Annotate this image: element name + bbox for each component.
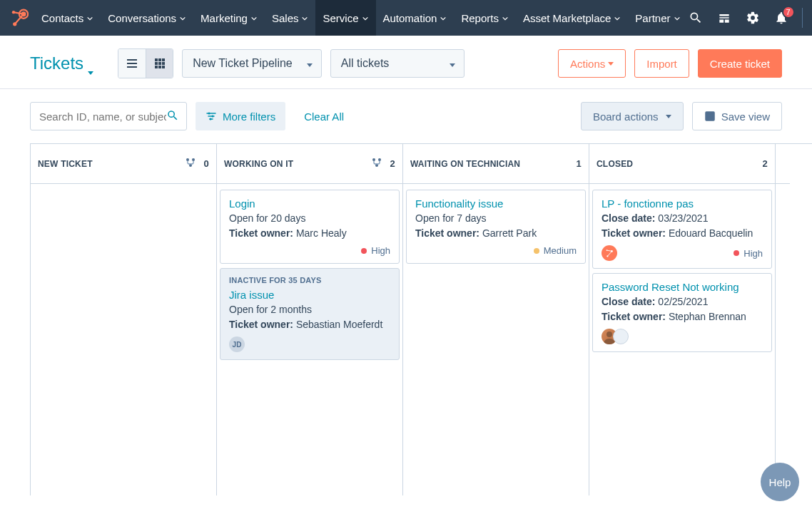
priority-badge: High (734, 248, 763, 259)
actions-button[interactable]: Actions (558, 49, 626, 78)
more-filters-button[interactable]: More filters (196, 102, 285, 130)
page-title-dropdown[interactable]: Tickets (30, 53, 96, 73)
notifications-icon[interactable]: 7 (773, 10, 789, 26)
search-icon[interactable] (688, 10, 704, 26)
nav-item-service[interactable]: Service (315, 0, 375, 36)
pipeline-selector[interactable]: New Ticket Pipeline (182, 49, 322, 78)
contact-avatar (613, 329, 629, 344)
svg-rect-16 (158, 66, 161, 68)
column-body[interactable] (31, 184, 216, 495)
hubspot-logo[interactable] (9, 8, 29, 28)
chevron-down-icon (359, 12, 369, 24)
svg-rect-10 (158, 58, 161, 61)
marketplace-icon[interactable] (716, 10, 732, 26)
svg-rect-13 (158, 62, 161, 65)
avatar-stack (602, 329, 629, 344)
ticket-status: Open for 2 months (229, 302, 390, 317)
svg-point-22 (186, 158, 189, 161)
svg-point-23 (192, 158, 195, 161)
ticket-card[interactable]: Functionality issueOpen for 7 daysTicket… (406, 190, 586, 264)
column-header: NEW TICKET0 (31, 144, 216, 184)
nav-item-sales[interactable]: Sales (265, 0, 316, 36)
close-date: 03/23/2021 (658, 212, 708, 224)
board-view-button[interactable] (146, 49, 173, 78)
list-view-button[interactable] (118, 49, 146, 78)
company-avatar: JD (229, 336, 245, 352)
close-date-label: Close date: (602, 296, 655, 307)
svg-rect-17 (162, 66, 165, 68)
svg-point-25 (372, 158, 375, 161)
svg-rect-9 (155, 58, 158, 61)
board-wrap: NEW TICKET0WORKING ON IT2LoginOpen for 2… (0, 143, 812, 495)
column-body[interactable]: Functionality issueOpen for 7 daysTicket… (403, 184, 589, 495)
help-button[interactable]: Help (761, 463, 799, 495)
nav-item-marketing[interactable]: Marketing (193, 0, 265, 36)
ticket-owner: Stephan Brennan (669, 311, 746, 322)
notification-count-badge: 7 (782, 6, 795, 19)
chevron-down-icon (298, 12, 308, 24)
create-ticket-button[interactable]: Create ticket (698, 49, 782, 78)
board-column: NEW TICKET0 (31, 144, 217, 495)
column-count: 0 (204, 158, 209, 169)
search-input[interactable] (39, 110, 166, 123)
board-column: WORKING ON IT2LoginOpen for 20 daysTicke… (217, 144, 403, 495)
ticket-owner: Garrett Park (482, 227, 537, 239)
column-count: 2 (390, 158, 395, 169)
column-name: WAITING ON TECHNICIAN (410, 159, 572, 169)
ticket-card[interactable]: LoginOpen for 20 daysTicket owner: Marc … (220, 190, 400, 264)
ticket-title: Jira issue (229, 289, 390, 301)
ticket-owner: Marc Healy (296, 227, 347, 239)
column-name: NEW TICKET (38, 159, 186, 169)
svg-rect-15 (155, 66, 158, 68)
ticket-owner: Sebastian Moeferdt (296, 319, 382, 330)
svg-point-19 (212, 115, 214, 118)
svg-point-26 (378, 158, 381, 161)
column-count: 1 (577, 158, 582, 169)
svg-point-20 (210, 118, 212, 120)
column-count: 2 (763, 158, 768, 169)
nav-item-asset-marketplace[interactable]: Asset Marketplace (516, 0, 628, 36)
column-name: CLOSED (597, 159, 758, 169)
chevron-down-icon (437, 12, 447, 24)
column-body[interactable]: LoginOpen for 20 daysTicket owner: Marc … (217, 184, 402, 495)
owner-label: Ticket owner: (415, 227, 479, 239)
svg-point-18 (208, 113, 210, 115)
ticket-card[interactable]: INACTIVE FOR 35 DAYSJira issueOpen for 2… (220, 268, 400, 360)
close-date: 02/25/2021 (658, 296, 708, 307)
ticket-title: LP - fonctionne pas (602, 197, 763, 210)
nav-item-conversations[interactable]: Conversations (101, 0, 193, 36)
svg-point-31 (607, 331, 612, 337)
save-view-button[interactable]: Save view (692, 102, 782, 130)
chevron-down-icon (83, 12, 93, 24)
column-body[interactable]: LP - fonctionne pasClose date: 03/23/202… (589, 184, 775, 495)
ticket-status: Open for 7 days (415, 211, 577, 226)
branch-icon (372, 158, 382, 170)
view-filter-selector[interactable]: All tickets (330, 49, 465, 78)
chevron-down-icon (671, 12, 681, 24)
divider (802, 8, 803, 28)
filter-bar: More filters Clear All Board actions Sav… (0, 89, 812, 143)
ticket-title: Password Reset Not working (602, 281, 763, 293)
nav-item-partner[interactable]: Partner (628, 0, 687, 36)
settings-icon[interactable] (745, 10, 761, 26)
chevron-down-icon (499, 12, 509, 24)
svg-rect-8 (127, 66, 137, 68)
ticket-title: Login (229, 197, 390, 210)
owner-label: Ticket owner: (602, 227, 666, 239)
nav-item-automation[interactable]: Automation (376, 0, 455, 36)
search-icon[interactable] (166, 109, 179, 124)
import-button[interactable]: Import (634, 49, 689, 78)
board-actions-button[interactable]: Board actions (581, 102, 684, 130)
clear-all-button[interactable]: Clear All (294, 102, 354, 130)
branch-icon (186, 158, 196, 170)
nav-item-contacts[interactable]: Contacts (34, 0, 101, 36)
nav-item-reports[interactable]: Reports (454, 0, 516, 36)
priority-label: Medium (544, 245, 577, 256)
board-column-partial (776, 144, 784, 495)
ticket-card[interactable]: LP - fonctionne pasClose date: 03/23/202… (592, 190, 772, 269)
priority-badge: High (361, 245, 390, 256)
ticket-card[interactable]: Password Reset Not workingClose date: 02… (592, 273, 772, 352)
svg-rect-14 (162, 62, 165, 65)
top-navigation: ContactsConversationsMarketingSalesServi… (0, 0, 812, 36)
owner-label: Ticket owner: (229, 227, 293, 239)
